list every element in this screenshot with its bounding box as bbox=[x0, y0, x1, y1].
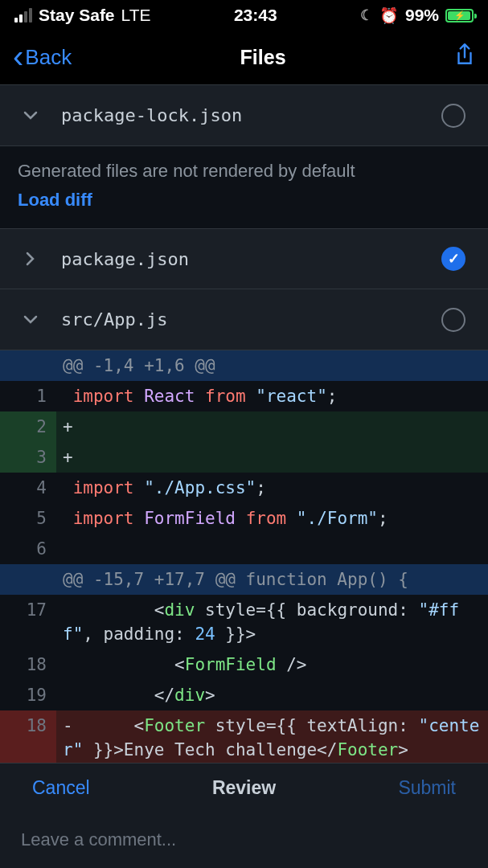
submit-button[interactable]: Submit bbox=[398, 777, 456, 799]
diff-line[interactable]: 6 bbox=[0, 534, 488, 564]
diff-line-added[interactable]: 2 + bbox=[0, 411, 488, 442]
diff-line[interactable]: 17 <div style={{ background: "#fff", pad… bbox=[0, 595, 488, 649]
file-row-src-app-js[interactable]: src/App.js bbox=[0, 289, 488, 350]
alarm-icon: ⏰ bbox=[379, 6, 399, 25]
comment-input[interactable] bbox=[21, 829, 467, 850]
file-checkbox-checked[interactable]: ✓ bbox=[441, 247, 465, 271]
chevron-left-icon: ‹ bbox=[13, 40, 23, 72]
diff-line[interactable]: 5 import FormField from "./Form"; bbox=[0, 503, 488, 534]
review-toolbar: Cancel Review Submit bbox=[0, 763, 488, 868]
notice-text: Generated files are not rendered by defa… bbox=[18, 161, 470, 182]
diff-line-removed[interactable]: 18 - <Footer style={{ textAlign: "center… bbox=[0, 710, 488, 765]
chevron-down-icon bbox=[23, 111, 39, 121]
chevron-right-icon bbox=[23, 252, 39, 266]
diff-line[interactable]: 18 <FormField /> bbox=[0, 649, 488, 680]
diff-line[interactable]: 4 import "./App.css"; bbox=[0, 473, 488, 503]
cancel-button[interactable]: Cancel bbox=[32, 777, 90, 799]
signal-icon bbox=[14, 8, 32, 23]
back-button[interactable]: ‹ Back bbox=[13, 43, 72, 72]
diff-view: @@ -1,4 +1,6 @@ 1 import React from "rea… bbox=[0, 350, 488, 765]
file-row-package-lock[interactable]: package-lock.json bbox=[0, 85, 488, 146]
chevron-down-icon bbox=[23, 315, 39, 325]
file-checkbox[interactable] bbox=[441, 308, 465, 332]
diff-hunk-header: @@ -1,4 +1,6 @@ bbox=[0, 350, 488, 381]
review-label: Review bbox=[212, 777, 276, 799]
file-name: src/App.js bbox=[61, 309, 419, 330]
battery-icon: ⚡ bbox=[445, 9, 474, 23]
dnd-moon-icon: ☾ bbox=[360, 6, 373, 24]
clock: 23:43 bbox=[234, 6, 277, 25]
share-button[interactable] bbox=[454, 43, 475, 72]
file-row-package-json[interactable]: package.json ✓ bbox=[0, 228, 488, 289]
load-diff-link[interactable]: Load diff bbox=[18, 190, 470, 211]
file-name: package.json bbox=[61, 249, 419, 269]
file-checkbox[interactable] bbox=[441, 104, 465, 128]
diff-line[interactable]: 19 </div> bbox=[0, 680, 488, 710]
file-name: package-lock.json bbox=[61, 105, 419, 125]
navigation-bar: ‹ Back Files bbox=[0, 31, 488, 85]
battery-percent: 99% bbox=[405, 6, 439, 25]
status-bar: Stay Safe LTE 23:43 ☾ ⏰ 99% ⚡ bbox=[0, 0, 488, 31]
network-label: LTE bbox=[121, 6, 151, 25]
diff-line[interactable]: 1 import React from "react"; bbox=[0, 381, 488, 411]
carrier-label: Stay Safe bbox=[39, 6, 115, 25]
diff-hunk-header: @@ -15,7 +17,7 @@ function App() { bbox=[0, 564, 488, 595]
diff-line-added[interactable]: 3 + bbox=[0, 442, 488, 473]
back-label: Back bbox=[25, 45, 72, 70]
generated-file-notice: Generated files are not rendered by defa… bbox=[0, 146, 488, 228]
page-title: Files bbox=[240, 46, 286, 69]
